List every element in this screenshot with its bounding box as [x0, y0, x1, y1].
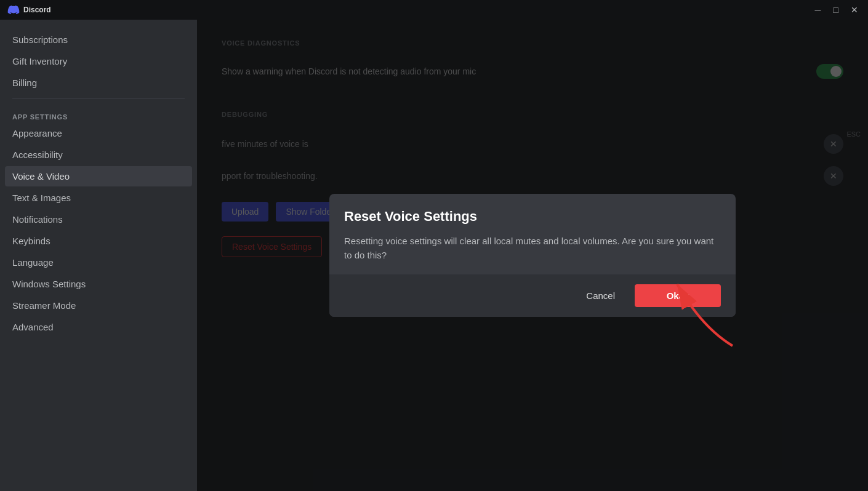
window-controls: ─ □ ✕ [813, 5, 861, 15]
sidebar-item-windows-settings[interactable]: Windows Settings [5, 274, 192, 294]
sidebar-item-keybinds[interactable]: Keybinds [5, 231, 192, 251]
main-content: VOICE DIAGNOSTICS Show a warning when Di… [197, 20, 868, 491]
sidebar-divider [12, 98, 185, 98]
app-container: Subscriptions Gift Inventory Billing APP… [0, 20, 868, 491]
okay-button[interactable]: Okay [635, 284, 721, 307]
sidebar-item-streamer-mode[interactable]: Streamer Mode [5, 295, 192, 316]
sidebar: Subscriptions Gift Inventory Billing APP… [0, 20, 197, 491]
titlebar: Discord ─ □ ✕ [0, 0, 868, 20]
sidebar-item-advanced[interactable]: Advanced [5, 317, 192, 337]
maximize-button[interactable]: □ [831, 5, 841, 15]
dialog-title: Reset Voice Settings [344, 209, 721, 225]
minimize-button[interactable]: ─ [813, 5, 824, 15]
dialog-body: Resetting voice settings will clear all … [344, 234, 721, 262]
sidebar-item-gift-inventory[interactable]: Gift Inventory [5, 51, 192, 71]
cancel-button[interactable]: Cancel [576, 284, 625, 307]
sidebar-item-notifications[interactable]: Notifications [5, 209, 192, 230]
close-window-button[interactable]: ✕ [848, 5, 861, 15]
sidebar-item-billing[interactable]: Billing [5, 73, 192, 93]
sidebar-item-voice-video[interactable]: Voice & Video [5, 166, 192, 186]
modal-overlay: Reset Voice Settings Resetting voice set… [197, 20, 868, 491]
sidebar-item-accessibility[interactable]: Accessibility [5, 145, 192, 165]
app-logo: Discord [7, 6, 51, 14]
sidebar-item-language[interactable]: Language [5, 252, 192, 273]
sidebar-item-appearance[interactable]: Appearance [5, 123, 192, 143]
sidebar-item-text-images[interactable]: Text & Images [5, 188, 192, 208]
app-title: Discord [23, 6, 51, 14]
sidebar-item-subscriptions[interactable]: Subscriptions [5, 30, 192, 50]
discord-icon [7, 6, 20, 14]
sidebar-section-app-settings: APP SETTINGS [5, 103, 192, 123]
reset-voice-dialog: Reset Voice Settings Resetting voice set… [329, 194, 736, 317]
dialog-footer: Cancel Okay [329, 274, 736, 317]
